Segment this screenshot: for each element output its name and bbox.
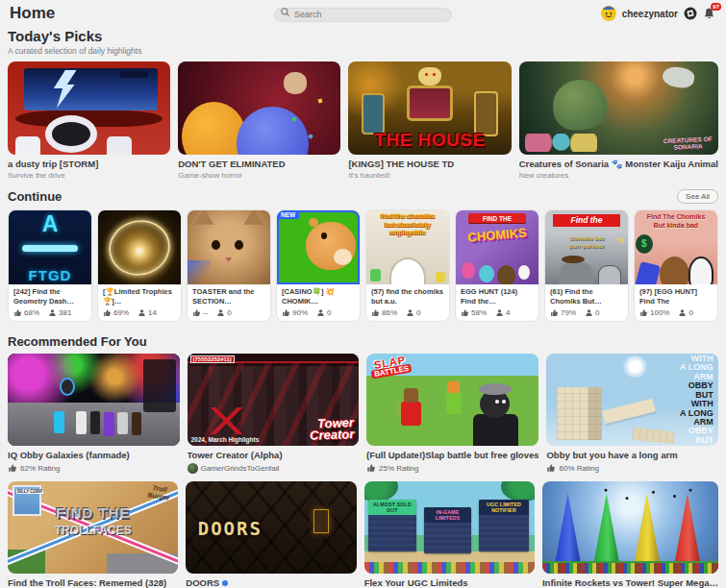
game-card-egg-hunt-124[interactable]: FIND THE CHOMIKS EGG HUNT (124) Find the… [455,209,539,322]
crowd-shape [542,563,718,574]
thumbs-up-icon [13,308,22,317]
game-stats: 86% 0 [371,308,444,317]
game-tile-troll-faces[interactable]: SILLY CORP FIND THE TROLLFACES Troll Bur… [8,481,178,588]
players-icon [216,308,225,317]
players-value: 381 [59,308,71,317]
block-shape [632,428,674,445]
art-shape [212,240,220,250]
game-card-find-chomiks-unplayable[interactable]: find the chomiks but absolutely unplayab… [365,209,450,322]
thumbnail-id-tag: (75553252#11) [190,355,235,363]
block-shape [602,399,655,425]
search-input[interactable] [274,8,452,22]
game-tile-tower-creator[interactable]: (75553252#11) 2024, March Highlights Tow… [188,354,360,474]
new-badge: NEW [277,210,299,219]
coin-shape: $ [636,234,653,254]
thumbs-up-icon [550,308,559,317]
avatar-shape [90,411,101,434]
game-card-find-chomiks-61[interactable]: Find the chomiks but purr-parkour 58 (61… [544,209,629,322]
art-shape [45,115,97,153]
egg-shape [518,265,531,280]
game-icon-dot [222,580,228,586]
door-shape [313,509,329,533]
game-card-limited-trophies[interactable]: [🏆Limited Trophies🏆]… 69% 14 [97,209,182,322]
game-title: a dusty trip [STORM] [8,159,170,169]
game-thumbnail: (75553252#11) 2024, March Highlights Tow… [188,354,360,446]
art-shape [436,272,444,283]
palm-shape [364,481,398,502]
players-icon [138,308,146,317]
avatar-shape [473,414,518,446]
game-tile-slap-battle[interactable]: SLAPBATTLES (Full Update!)Slap battle bu… [366,354,538,474]
game-stats: 90% 0 [282,308,355,317]
game-title: (57) find the chomiks but a.u. [371,287,444,306]
avatar-shape [446,392,462,414]
game-tile-creatures-of-sonaria[interactable]: CREATURES OF SONARIA Creatures of Sonari… [519,61,718,180]
thumbnail-note-text: Troll Burger [147,483,171,501]
game-title: (61) Find the Chomiks But… [550,287,623,306]
art-shape [321,233,327,239]
game-tile-dusty-trip[interactable]: a dusty trip [STORM] Survive the drive [8,61,170,180]
game-title: IQ Obby Galaxies (fanmade) [8,450,180,460]
players-value: 0 [416,308,420,317]
game-tile-dont-get-eliminated[interactable]: DON'T GET ELIMINATED Game-show horror [178,61,340,180]
todays-picks-row: a dusty trip [STORM] Survive the drive D… [0,61,726,180]
game-title: EGG HUNT (124) Find the… [461,287,534,306]
avatar-shape [117,412,128,434]
players-icon [495,308,504,317]
game-thumbnail: NEW [277,210,360,284]
art-shape [370,269,381,282]
thumbnail-text: Find The Chomiks But kinda bad [635,212,717,230]
game-tile-long-arm-obby[interactable]: WITH A LONG ARMOBBY BUT WITH A LONG ARMO… [546,354,718,474]
game-title: TOASTER and the SECTION… [192,287,265,306]
thumbs-up-icon [461,308,469,317]
game-title: (Full Update!)Slap battle but free glove… [366,450,538,460]
search-icon [280,7,290,17]
game-thumbnail [8,61,170,155]
game-subtitle: New creatures [519,171,718,180]
palm-shape [501,481,535,502]
avatar-shape [54,411,64,433]
art-shape [660,257,689,284]
game-tile-the-house-td[interactable]: THE HOUSE [KINGS] THE HOUSE TD It's haun… [348,61,511,180]
thumbnail-banner-text: FIND THE [468,213,526,223]
search-bar[interactable] [274,4,452,22]
avatar[interactable] [601,6,616,21]
sun-shape [622,355,648,378]
art-shape [362,93,385,135]
recommended-row-1: IQ Obby Galaxies (fanmade) 62% Rating (7… [0,354,726,474]
notifications-button[interactable]: 97 [703,7,716,20]
game-card-toaster[interactable]: TOASTER and the SECTION… -- 0 [187,209,271,322]
game-tile-infinite-rockets[interactable]: Infinite Rockets vs Tower! Super Mega… 4… [542,481,718,588]
roblox-logo-icon[interactable] [684,7,697,20]
see-all-button[interactable]: See All [677,189,718,204]
crowd-shape [364,562,535,574]
game-thumbnail: CREATURES OF SONARIA [519,61,718,155]
game-rating: 25% Rating [366,463,538,473]
thumbs-up-icon [366,463,376,473]
avatar-shape [401,402,422,426]
art-shape [425,73,428,76]
game-tile-iq-obby[interactable]: IQ Obby Galaxies (fanmade) 62% Rating [8,354,180,474]
game-thumbnail [188,210,270,284]
section-subtitle: A curated selection of daily highlights [8,46,718,56]
game-tile-ugc-limiteds[interactable]: ALMOST SOLD OUT IN-GAME LIMITEDS UGC LIM… [364,481,535,588]
game-card-ftgd[interactable]: A FTGD [242] Find the Geometry Dash… 68%… [8,209,92,322]
game-title: Find the Troll Faces: Rememed (328) [8,577,178,588]
thumbnail-logo-text: CREATURES OF SONARIA [663,135,713,153]
art-shape [188,260,211,284]
notification-badge: 97 [711,3,721,11]
art-shape [225,257,233,262]
game-card-casino-chomik[interactable]: NEW [CASINO🍀] 💥 CHOMIK… 90% 0 [276,209,361,322]
game-stats: 79% 0 [550,308,623,317]
avatar-shape [447,381,460,393]
players-value: 4 [506,308,510,317]
game-title: Creatures of Sonaria 🐾 Monster Kaiju Ani… [519,159,718,169]
egg-shape [479,265,493,282]
username[interactable]: cheezynator [622,9,678,19]
cat-ear-shape [194,210,214,225]
game-thumbnail: SILLY CORP FIND THE TROLLFACES Troll Bur… [8,481,178,574]
art-shape [559,260,593,284]
game-tile-doors[interactable]: DOORS DOORS 93% Rating [186,481,356,588]
game-card-egg-hunt-97[interactable]: Find The Chomiks But kinda bad $ (97) [E… [634,209,718,322]
avatar-shape [104,412,114,437]
